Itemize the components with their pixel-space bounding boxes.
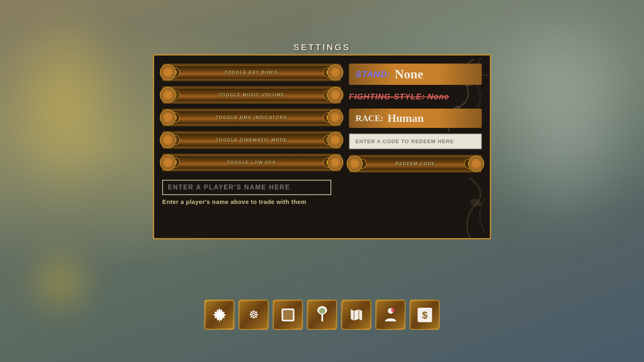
toggle-inner: TOGGLE DMG INDICATORS [166, 111, 337, 124]
svg-point-11 [170, 135, 180, 145]
svg-point-10 [324, 113, 333, 122]
trade-section: Enter a player's name above to trade wit… [162, 180, 482, 205]
toggle-cinematic-label: TOGGLE CINEMATIC MODE [216, 138, 287, 142]
svg-point-17 [357, 159, 366, 169]
bg-blob-bottom [20, 241, 101, 322]
svg-point-20 [468, 162, 471, 165]
toggle-inner: TOGGLE LOW GFX [166, 156, 337, 169]
code-input-field[interactable]: ENTER A CODE TO REDEEM HERE [349, 134, 482, 149]
redeem-btn-inner: REDEEM CODE [353, 157, 478, 171]
scroll-emblem-right-2 [323, 90, 334, 100]
player-name-input[interactable] [162, 180, 331, 195]
race-display: RACE: Human [349, 109, 482, 128]
svg-point-18 [360, 162, 363, 165]
svg-point-15 [170, 158, 180, 167]
svg-point-16 [324, 158, 333, 167]
redeem-emblem-right [464, 158, 475, 169]
svg-point-12 [173, 138, 176, 142]
shop-icon-button[interactable]: $ [410, 300, 440, 330]
fighting-style-text: FIGHTING-STYLE: None [349, 92, 449, 101]
scroll-icon-button[interactable] [273, 300, 303, 330]
icon-bar: ☸ [204, 300, 440, 330]
svg-point-6 [173, 93, 176, 97]
panel-content: TOGGLE KEY BINDS TOGG [162, 64, 482, 173]
stand-icon-button[interactable]: ☸ [239, 300, 269, 330]
bg-blob-left [0, 0, 129, 201]
scroll-emblem-right-5 [323, 157, 334, 168]
svg-text:$: $ [422, 310, 427, 321]
map-icon [347, 306, 365, 324]
scroll-emblem-left [169, 67, 180, 78]
race-label: RACE: [355, 113, 384, 123]
toggle-music-volume-button[interactable]: TOGGLE MUSIC VOLUME [162, 86, 341, 104]
svg-point-8 [327, 93, 330, 97]
page-title: SETTINGS [293, 42, 351, 53]
settings-icon-button[interactable] [204, 300, 235, 330]
scroll-emblem-left-4 [169, 135, 180, 145]
character-icon-button[interactable] [376, 300, 406, 330]
trade-hint-text: Enter a player's name above to trade wit… [162, 198, 482, 205]
toggle-key-binds-button[interactable]: TOGGLE KEY BINDS [162, 64, 341, 81]
toggle-low-gfx-label: TOGGLE LOW GFX [227, 160, 276, 165]
svg-rect-26 [321, 315, 323, 321]
svg-point-5 [170, 90, 180, 100]
settings-panel: TOGGLE KEY BINDS TOGG [153, 54, 491, 239]
skills-icon-button[interactable] [307, 300, 337, 330]
settings-icon [211, 306, 228, 324]
toggle-inner: TOGGLE KEY BINDS [166, 66, 337, 79]
svg-rect-23 [283, 310, 293, 320]
stand-display: STAND: None [349, 64, 482, 85]
redeem-button-label: REDEEM CODE [396, 161, 435, 166]
scroll-emblem-left-2 [169, 90, 180, 100]
toggle-cinematic-mode-button[interactable]: TOGGLE CINEMATIC MODE [162, 131, 341, 149]
bg-blob-right [483, 0, 644, 241]
svg-point-3 [170, 68, 180, 77]
scroll-icon [279, 306, 297, 324]
shop-icon: $ [416, 306, 433, 324]
fighting-style-display: FIGHTING-STYLE: None [349, 90, 482, 103]
svg-point-9 [170, 113, 180, 122]
svg-point-14 [327, 138, 330, 142]
toggle-inner: TOGGLE CINEMATIC MODE [166, 133, 337, 147]
scroll-emblem-left-3 [169, 112, 180, 123]
svg-point-7 [324, 90, 333, 100]
redeem-emblem-left [356, 158, 367, 169]
stand-value: None [394, 67, 423, 82]
stand-label: STAND: [355, 69, 390, 80]
scroll-emblem-left-5 [169, 157, 180, 168]
svg-point-25 [319, 308, 325, 314]
svg-point-19 [464, 159, 474, 169]
toggle-inner: TOGGLE MUSIC VOLUME [166, 88, 337, 102]
toggles-column: TOGGLE KEY BINDS TOGG [162, 64, 341, 173]
toggle-music-label: TOGGLE MUSIC VOLUME [219, 93, 284, 97]
character-icon [382, 306, 399, 324]
race-value: Human [388, 112, 424, 125]
skills-icon [313, 306, 331, 324]
toggle-key-binds-label: TOGGLE KEY BINDS [225, 70, 278, 75]
svg-point-13 [324, 135, 333, 145]
toggle-low-gfx-button[interactable]: TOGGLE LOW GFX [162, 154, 341, 171]
map-icon-button[interactable] [341, 300, 372, 330]
svg-point-4 [324, 68, 333, 77]
scroll-emblem-right-3 [323, 112, 334, 123]
scroll-emblem-right-4 [323, 135, 334, 145]
scroll-emblem-right [323, 67, 334, 78]
toggle-dmg-label: TOGGLE DMG INDICATORS [216, 115, 287, 120]
stand-icon: ☸ [245, 306, 262, 324]
redeem-code-button[interactable]: REDEEM CODE [349, 155, 482, 173]
stats-column: STAND: None FIGHTING-STYLE: None RACE: H… [349, 64, 482, 173]
toggle-dmg-indicators-button[interactable]: TOGGLE DMG INDICATORS [162, 109, 341, 126]
